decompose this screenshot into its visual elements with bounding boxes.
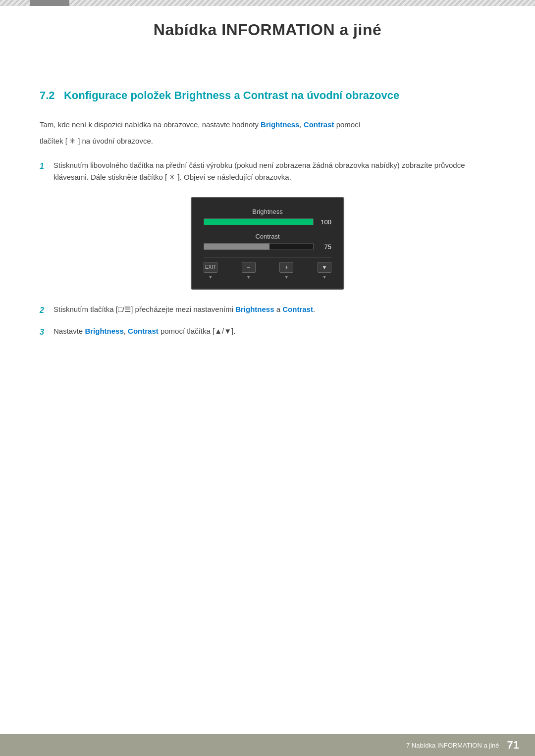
intro-paragraph: Tam, kde není k dispozici nabídka na obr… [40,118,495,131]
section-heading: 7.2 Konfigurace položek Brightness a Con… [40,88,495,103]
brightness-value: 100 [318,218,331,226]
step-3-contrast: Contrast [128,327,159,335]
intro-text-1: Tam, kde není k dispozici nabídka na obr… [40,120,259,129]
section-title: Konfigurace položek Brightness a Contras… [64,89,399,101]
page-title-area: Nabídka INFORMATION a jiné [0,6,535,59]
footer-chapter: 7 Nabídka INFORMATION a jiné [406,742,499,749]
steps-container: 1 Stisknutím libovolného tlačítka na pře… [40,159,495,339]
down-btn-group: ▼ ▼ [318,262,331,280]
step-2-text: Stisknutím tlačítka [□/☰] přecházejte me… [54,303,495,315]
down-icon: ▼ [321,264,327,271]
top-stripe [0,0,535,6]
plus-arrow: ▼ [284,275,289,280]
footer-page-number: 71 [507,739,519,752]
footer: 7 Nabídka INFORMATION a jiné 71 [0,734,535,756]
exit-arrow: ▼ [209,275,213,280]
step-1-number: 1 [40,160,54,173]
intro-paragraph-2: tlačítek [ ✳ ] na úvodní obrazovce. [40,135,495,148]
monitor-mockup: Brightness 100 Contrast 75 [191,197,344,290]
step-3-text: Nastavte Brightness, Contrast pomocí tla… [54,325,495,337]
divider [40,74,495,74]
brightness-bar-fill [204,219,313,225]
brightness-bar-track [204,218,314,225]
intro-highlight-contrast: Contrast [304,120,334,129]
contrast-bar-track [204,243,314,250]
intro-text-3: pomocí [334,120,360,129]
down-arrow: ▼ [322,275,327,280]
minus-icon: − [247,264,250,271]
top-stripe-box [30,0,69,6]
contrast-label: Contrast [204,233,331,240]
intro-comma: , [299,120,303,129]
plus-btn[interactable]: + [279,262,293,273]
contrast-bar-container: 75 [204,243,331,251]
main-content: 7.2 Konfigurace položek Brightness a Con… [0,59,535,387]
contrast-row: Contrast 75 [204,233,331,251]
minus-arrow: ▼ [246,275,251,280]
page-title: Nabídka INFORMATION a jiné [40,21,495,39]
section-number: 7.2 [40,89,55,101]
minus-btn-group: − ▼ [242,262,256,280]
exit-label: EXIT [205,264,216,270]
step-2: 2 Stisknutím tlačítka [□/☰] přecházejte … [40,303,495,317]
step-1: 1 Stisknutím libovolného tlačítka na pře… [40,159,495,183]
plus-btn-group: + ▼ [279,262,293,280]
down-btn[interactable]: ▼ [318,262,331,273]
step-2-contrast: Contrast [282,305,313,313]
contrast-value: 75 [318,243,331,251]
step-2-brightness: Brightness [235,305,274,313]
plus-icon: + [285,264,288,271]
step-3-number: 3 [40,326,54,339]
step-1-text: Stisknutím libovolného tlačítka na předn… [54,159,495,183]
exit-btn[interactable]: EXIT [204,262,217,273]
step-3: 3 Nastavte Brightness, Contrast pomocí t… [40,325,495,339]
brightness-label: Brightness [204,208,331,215]
exit-btn-group: EXIT ▼ [204,262,217,280]
monitor-buttons-row: EXIT ▼ − ▼ + ▼ [204,257,331,280]
brightness-row: Brightness 100 [204,208,331,226]
step-2-number: 2 [40,304,54,317]
contrast-bar-fill [204,244,269,250]
step-3-brightness: Brightness [85,327,123,335]
intro-highlight-brightness: Brightness [261,120,299,129]
minus-btn[interactable]: − [242,262,256,273]
brightness-bar-container: 100 [204,218,331,226]
